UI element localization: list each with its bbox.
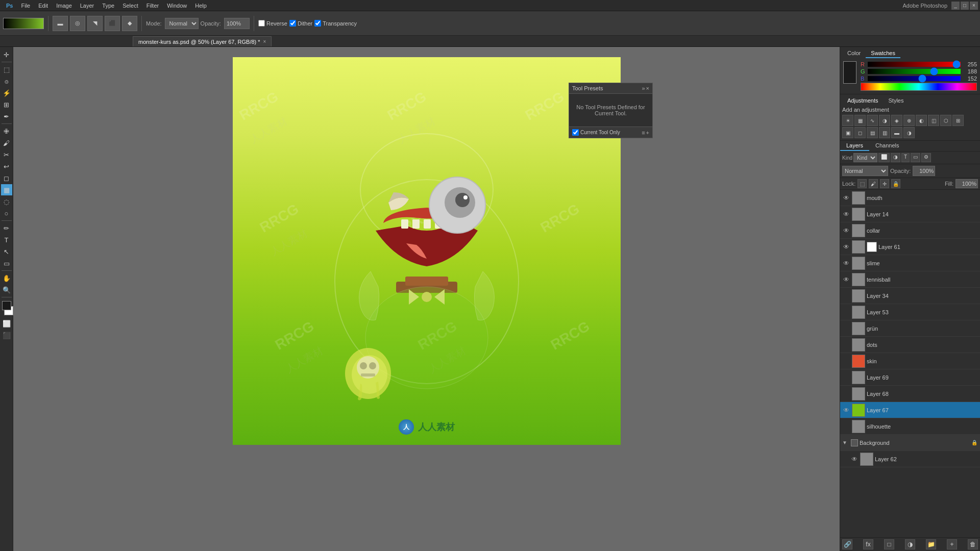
vibrance-icon[interactable]: ◈ bbox=[891, 115, 902, 126]
reflected-gradient-btn[interactable]: ⬛ bbox=[105, 16, 120, 31]
canvas-area[interactable]: Tool Presets » × No Tool Presets Defined… bbox=[13, 47, 840, 551]
filter-shape-btn[interactable]: ▭ bbox=[911, 153, 920, 162]
color-tab[interactable]: Color bbox=[842, 49, 866, 58]
tool-presets-close-btn[interactable]: × bbox=[646, 85, 649, 91]
layer-item-53[interactable]: 👁 Layer 53 bbox=[840, 304, 980, 320]
tab-close-btn[interactable]: × bbox=[263, 39, 266, 44]
channel-mixer-icon[interactable]: ⊞ bbox=[952, 115, 964, 126]
filter-type-btn[interactable]: T bbox=[901, 153, 910, 162]
ps-logo[interactable]: Ps bbox=[2, 2, 17, 10]
layer-item-34[interactable]: 👁 Layer 34 bbox=[840, 288, 980, 304]
path-select-tool[interactable]: ↖ bbox=[1, 246, 12, 257]
adjustments-tab[interactable]: Adjustments bbox=[842, 96, 884, 105]
gradient-preview[interactable] bbox=[3, 18, 44, 29]
invert-icon[interactable]: ◻ bbox=[854, 127, 866, 138]
mode-select[interactable]: Normal bbox=[165, 18, 199, 29]
menu-help[interactable]: Help bbox=[191, 2, 211, 10]
selective-color-icon[interactable]: ◑ bbox=[903, 127, 915, 138]
eyedropper-tool[interactable]: ✒ bbox=[1, 111, 12, 122]
visibility-14[interactable]: 👁 bbox=[842, 210, 850, 218]
menu-window[interactable]: Window bbox=[163, 2, 191, 10]
layer-item-69[interactable]: 👁 Layer 69 bbox=[840, 369, 980, 386]
visibility-53[interactable]: 👁 bbox=[842, 308, 850, 316]
adjustment-layer-btn[interactable]: ◑ bbox=[905, 539, 915, 549]
delete-layer-btn[interactable]: 🗑 bbox=[968, 539, 978, 549]
channels-tab[interactable]: Channels bbox=[869, 141, 905, 151]
reverse-checkbox[interactable] bbox=[258, 20, 265, 27]
styles-tab[interactable]: Styles bbox=[884, 96, 909, 105]
black-white-icon[interactable]: ◫ bbox=[928, 115, 939, 126]
history-brush-tool[interactable]: ↩ bbox=[1, 161, 12, 172]
levels-icon[interactable]: ▦ bbox=[854, 115, 866, 126]
visibility-61[interactable]: 👁 bbox=[842, 243, 850, 251]
layer-item-collar[interactable]: 👁 collar bbox=[840, 222, 980, 239]
menu-layer[interactable]: Layer bbox=[76, 2, 99, 10]
visibility-slime[interactable]: 👁 bbox=[842, 259, 850, 267]
menu-filter[interactable]: Filter bbox=[142, 2, 163, 10]
pen-tool[interactable]: ✏ bbox=[1, 222, 12, 234]
layer-item-tennisball[interactable]: 👁 tennisball bbox=[840, 271, 980, 288]
crop-tool[interactable]: ⊞ bbox=[1, 99, 12, 110]
visibility-skin[interactable]: 👁 bbox=[842, 357, 850, 365]
text-tool[interactable]: T bbox=[1, 234, 12, 245]
exposure-icon[interactable]: ◑ bbox=[879, 115, 890, 126]
marquee-tool[interactable]: ⬚ bbox=[1, 64, 12, 75]
opacity-input[interactable] bbox=[224, 18, 250, 29]
visibility-tennisball[interactable]: 👁 bbox=[842, 276, 850, 284]
gradient-map-icon[interactable]: ▬ bbox=[891, 127, 902, 138]
layer-item-14[interactable]: 👁 Layer 14 bbox=[840, 206, 980, 222]
fill-field[interactable] bbox=[955, 179, 978, 188]
new-group-btn[interactable]: 📁 bbox=[926, 539, 936, 549]
group-collapse-arrow[interactable]: ▼ bbox=[842, 440, 849, 445]
clone-tool[interactable]: ✂ bbox=[1, 149, 12, 160]
visibility-67[interactable]: 👁 bbox=[842, 406, 850, 414]
shape-tool[interactable]: ▭ bbox=[1, 258, 12, 269]
lock-transparent-btn[interactable]: ⬚ bbox=[857, 179, 867, 188]
menu-image[interactable]: Image bbox=[52, 2, 76, 10]
opacity-field[interactable] bbox=[913, 166, 935, 176]
hand-tool[interactable]: ✋ bbox=[1, 272, 12, 284]
visibility-silhouette[interactable]: 👁 bbox=[842, 422, 850, 431]
menu-file[interactable]: File bbox=[17, 2, 34, 10]
threshold-icon[interactable]: ▥ bbox=[879, 127, 890, 138]
eraser-tool[interactable]: ◻ bbox=[1, 172, 12, 184]
quick-select-tool[interactable]: ⚡ bbox=[1, 87, 12, 98]
transparency-checkbox-label[interactable]: Transparency bbox=[314, 20, 357, 27]
zoom-tool[interactable]: 🔍 bbox=[1, 284, 12, 295]
layer-item-68[interactable]: 👁 Layer 68 bbox=[840, 386, 980, 402]
photo-filter-icon[interactable]: ⬡ bbox=[940, 115, 951, 126]
brightness-contrast-icon[interactable]: ☀ bbox=[842, 115, 853, 126]
dither-checkbox-label[interactable]: Dither bbox=[289, 20, 312, 27]
minimize-button[interactable]: _ bbox=[951, 2, 960, 10]
layer-item-silhouette[interactable]: 👁 silhouette bbox=[840, 418, 980, 435]
layers-tab[interactable]: Layers bbox=[840, 141, 869, 151]
visibility-68[interactable]: 👁 bbox=[842, 390, 850, 398]
menu-edit[interactable]: Edit bbox=[34, 2, 52, 10]
current-tool-only-label[interactable]: Current Tool Only bbox=[572, 129, 620, 136]
r-slider[interactable] bbox=[868, 62, 961, 67]
visibility-69[interactable]: 👁 bbox=[842, 373, 850, 382]
layer-item-slime[interactable]: 👁 slime bbox=[840, 255, 980, 271]
dodge-tool[interactable]: ○ bbox=[1, 208, 12, 219]
transparency-checkbox[interactable] bbox=[314, 20, 321, 27]
layer-item-dots[interactable]: 👁 dots bbox=[840, 337, 980, 353]
color-balance-icon[interactable]: ◐ bbox=[916, 115, 927, 126]
g-slider[interactable] bbox=[868, 69, 961, 74]
diamond-gradient-btn[interactable]: ◆ bbox=[122, 16, 137, 31]
lasso-tool[interactable]: ⌾ bbox=[1, 76, 12, 87]
blend-mode-select[interactable]: Normal bbox=[842, 166, 888, 176]
blur-tool[interactable]: ◌ bbox=[1, 196, 12, 207]
layer-item-62[interactable]: 👁 Layer 62 bbox=[840, 451, 980, 467]
reverse-checkbox-label[interactable]: Reverse bbox=[258, 20, 287, 27]
gradient-tool[interactable]: ▦ bbox=[1, 184, 12, 195]
layer-item-61[interactable]: 👁 Layer 61 bbox=[840, 239, 980, 255]
maximize-button[interactable]: □ bbox=[961, 2, 969, 10]
document-tab[interactable]: monster-kurs as.psd @ 50% (Layer 67, RGB… bbox=[133, 36, 272, 46]
hue-saturation-icon[interactable]: ⊕ bbox=[903, 115, 915, 126]
current-tool-only-checkbox[interactable] bbox=[572, 129, 579, 136]
b-slider[interactable] bbox=[868, 76, 961, 81]
visibility-mouth[interactable]: 👁 bbox=[842, 194, 850, 202]
visibility-gruen[interactable]: 👁 bbox=[842, 324, 850, 333]
add-mask-btn[interactable]: □ bbox=[884, 539, 894, 549]
filter-adjust-btn[interactable]: ◑ bbox=[891, 153, 900, 162]
